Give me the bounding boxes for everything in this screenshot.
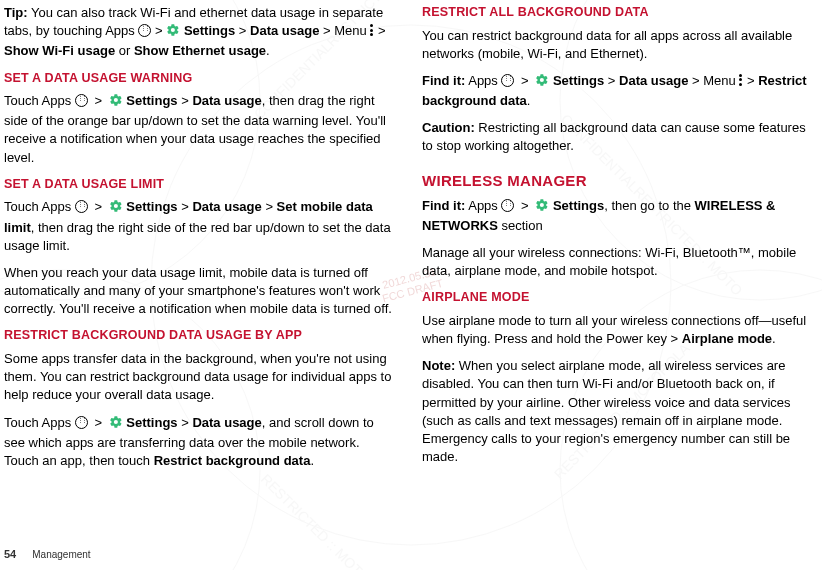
restrict-all-findit: Find it: Apps > Settings > Data usage > … [422, 72, 812, 110]
airplane-note: Note: When you select airplane mode, all… [422, 357, 812, 466]
apps-icon [138, 24, 151, 37]
apps-icon [501, 74, 514, 87]
left-column: Tip: You can also track Wi-Fi and ethern… [4, 4, 394, 540]
right-column: RESTRICT ALL BACKGROUND DATA You can res… [422, 4, 812, 540]
apps-icon [75, 200, 88, 213]
page-content: Tip: You can also track Wi-Fi and ethern… [0, 0, 822, 540]
restrict-all-paragraph-1: You can restrict background data for all… [422, 27, 812, 63]
warning-paragraph: Touch Apps > Settings > Data usage, then… [4, 92, 394, 167]
settings-icon [535, 198, 549, 217]
limit-paragraph-1: Touch Apps > Settings > Data usage > Set… [4, 198, 394, 255]
heading-restrict-app: RESTRICT BACKGROUND DATA USAGE BY APP [4, 327, 394, 345]
heading-set-limit: SET A DATA USAGE LIMIT [4, 176, 394, 194]
restrict-all-caution: Caution: Restricting all background data… [422, 119, 812, 155]
menu-icon [739, 74, 743, 86]
page-number: 54 [4, 547, 16, 562]
section-label: Management [32, 548, 90, 562]
restrict-app-paragraph-1: Some apps transfer data in the backgroun… [4, 350, 394, 405]
page-footer: 54 Management [4, 547, 91, 562]
heading-wireless-manager: WIRELESS MANAGER [422, 170, 812, 191]
settings-icon [535, 73, 549, 92]
limit-paragraph-2: When you reach your data usage limit, mo… [4, 264, 394, 319]
restrict-app-paragraph-2: Touch Apps > Settings > Data usage, and … [4, 414, 394, 471]
menu-icon [370, 24, 374, 36]
apps-icon [75, 416, 88, 429]
heading-set-warning: SET A DATA USAGE WARNING [4, 70, 394, 88]
wireless-paragraph: Manage all your wireless connections: Wi… [422, 244, 812, 280]
apps-icon [501, 199, 514, 212]
settings-icon [109, 199, 123, 218]
settings-icon [109, 415, 123, 434]
airplane-paragraph-1: Use airplane mode to turn all your wirel… [422, 312, 812, 348]
heading-restrict-all: RESTRICT ALL BACKGROUND DATA [422, 4, 812, 22]
heading-airplane: AIRPLANE MODE [422, 289, 812, 307]
apps-icon [75, 94, 88, 107]
wireless-findit: Find it: Apps > Settings, then go to the… [422, 197, 812, 235]
settings-icon [109, 93, 123, 112]
settings-icon [166, 23, 180, 42]
tip-paragraph: Tip: You can also track Wi-Fi and ethern… [4, 4, 394, 61]
